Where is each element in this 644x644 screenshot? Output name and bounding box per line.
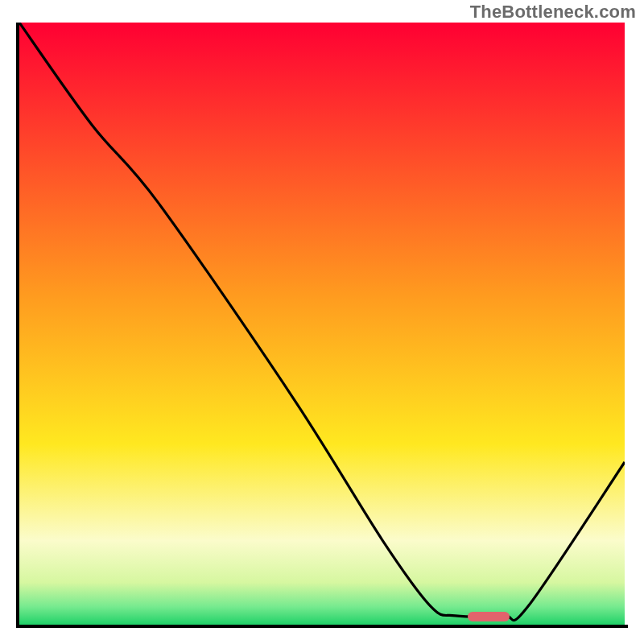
plot-axes bbox=[16, 23, 628, 628]
chart-canvas: TheBottleneck.com bbox=[0, 0, 644, 644]
watermark-text: TheBottleneck.com bbox=[470, 2, 636, 23]
